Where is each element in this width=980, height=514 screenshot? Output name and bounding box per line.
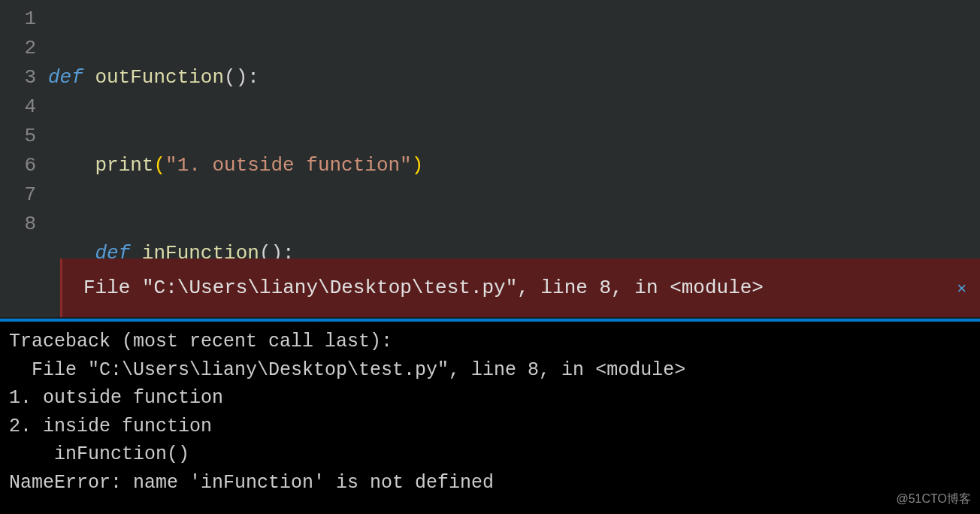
terminal-line: 2. inside function <box>9 416 212 437</box>
terminal-line: 1. outside function <box>9 387 223 409</box>
watermark-text: @51CTO博客 <box>896 490 971 508</box>
line-number: 2 <box>0 34 36 63</box>
terminal-line: inFunction() <box>9 443 189 465</box>
line-number: 8 <box>0 210 36 239</box>
line-number: 5 <box>0 122 36 151</box>
terminal-line: Traceback (most recent call last): <box>9 331 392 352</box>
inline-error-banner: File "C:\Users\liany\Desktop\test.py", l… <box>60 259 980 317</box>
line-number-gutter: 1 2 3 4 5 6 7 8 <box>0 0 48 317</box>
terminal-line: NameError: name 'inFunction' is not defi… <box>9 472 494 494</box>
line-number: 7 <box>0 180 36 210</box>
line-number: 6 <box>0 151 36 180</box>
code-line[interactable]: def outFunction(): <box>48 63 980 92</box>
line-number: 1 <box>0 5 36 34</box>
error-message-text: File "C:\Users\liany\Desktop\test.py", l… <box>83 274 764 303</box>
code-line[interactable]: print("1. outside function") <box>48 151 980 180</box>
line-number: 3 <box>0 63 36 92</box>
close-icon[interactable]: × <box>957 276 966 301</box>
terminal-line: File "C:\Users\liany\Desktop\test.py", l… <box>9 359 685 381</box>
terminal-output[interactable]: Traceback (most recent call last): File … <box>0 319 980 514</box>
line-number: 4 <box>0 92 36 122</box>
